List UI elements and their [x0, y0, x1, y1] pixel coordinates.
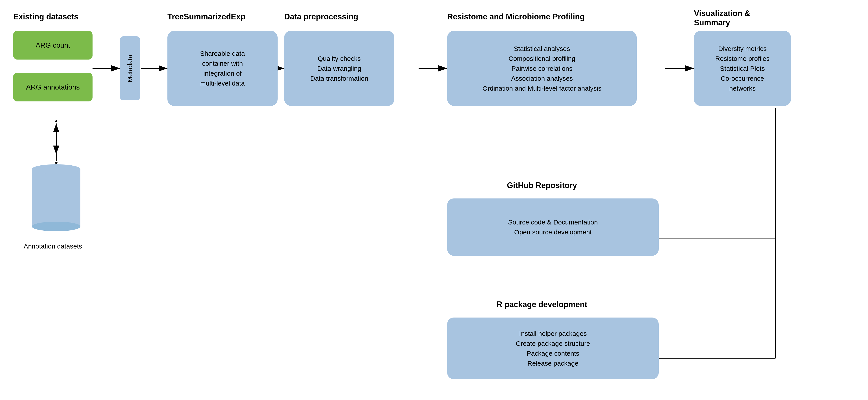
visualization-box: Diversity metrics Resistome profiles Sta… — [694, 31, 791, 106]
visualization-title: Visualization & Summary — [694, 9, 791, 27]
annotation-datasets-cylinder — [32, 164, 81, 231]
data-preprocessing-content: Quality checks Data wrangling Data trans… — [310, 54, 368, 83]
resistome-title: Resistome and Microbiome Profiling — [447, 12, 637, 21]
svg-marker-9 — [55, 119, 58, 122]
cylinder-bottom — [32, 222, 81, 231]
r-package-content: Install helper packages Create package s… — [516, 328, 590, 368]
existing-datasets-title: Existing datasets — [13, 12, 106, 21]
tree-summarized-content: Shareable data container with integratio… — [200, 49, 245, 88]
r-package-title: R package development — [447, 300, 637, 309]
github-title: GitHub Repository — [447, 181, 637, 190]
tree-summarized-box: Shareable data container with integratio… — [167, 31, 278, 106]
github-content: Source code & Documentation Open source … — [508, 217, 598, 237]
data-preprocessing-box: Quality checks Data wrangling Data trans… — [284, 31, 394, 106]
github-box: Source code & Documentation Open source … — [447, 198, 659, 256]
annotation-datasets-label: Annotation datasets — [13, 242, 93, 250]
cylinder-top — [32, 164, 81, 174]
diagram-container: Existing datasets ARG count ARG annotati… — [0, 0, 868, 400]
resistome-box: Statistical analyses Compositional profi… — [447, 31, 637, 106]
resistome-content: Statistical analyses Compositional profi… — [483, 44, 601, 93]
tree-summarized-title: TreeSummarizedExp — [167, 12, 278, 21]
cylinder-body — [32, 169, 81, 226]
arg-annotations-box: ARG annotations — [13, 73, 93, 102]
visualization-content: Diversity metrics Resistome profiles Sta… — [715, 44, 770, 93]
metadata-box: Metadata — [120, 36, 140, 100]
data-preprocessing-title: Data preprocessing — [284, 12, 394, 21]
arg-count-box: ARG count — [13, 31, 93, 60]
r-package-box: Install helper packages Create package s… — [447, 317, 659, 379]
